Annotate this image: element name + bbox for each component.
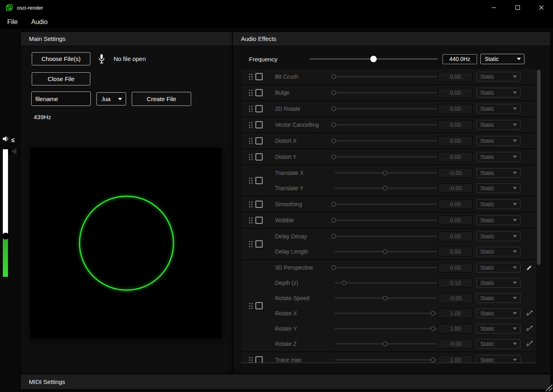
effect-mode-select[interactable]: Static (476, 215, 520, 225)
effect-mode-select[interactable]: Static (476, 72, 520, 81)
slider-thumb[interactable] (431, 326, 435, 331)
effect-mode-select[interactable]: Static (476, 136, 520, 146)
effect-slider[interactable] (335, 260, 437, 275)
effect-slider[interactable] (335, 229, 437, 244)
effect-slider[interactable] (335, 149, 437, 165)
effect-mode-select[interactable]: Static (476, 309, 520, 318)
effect-checkbox[interactable] (255, 137, 263, 144)
effect-value[interactable]: -0.00 (438, 339, 473, 349)
effect-mode-select[interactable]: Static (476, 168, 520, 178)
slider-thumb[interactable] (342, 280, 347, 285)
slider-thumb[interactable] (383, 341, 388, 346)
drag-handle-icon[interactable] (249, 122, 253, 128)
effect-value[interactable]: 1.00 (438, 324, 473, 333)
slider-thumb[interactable] (331, 265, 336, 270)
effect-slider[interactable] (335, 290, 437, 306)
effect-slider[interactable] (335, 213, 437, 228)
effect-slider[interactable] (335, 117, 437, 132)
slider-thumb[interactable] (383, 296, 388, 301)
effect-value[interactable]: -0.00 (438, 183, 473, 193)
volume-marker-arrow-icon[interactable] (11, 148, 16, 154)
effect-checkbox[interactable] (255, 73, 263, 80)
effect-checkbox[interactable] (255, 89, 263, 96)
slider-thumb[interactable] (331, 218, 336, 223)
effect-slider[interactable] (335, 321, 437, 336)
effect-value[interactable]: -0.00 (438, 168, 473, 178)
frequency-slider-thumb[interactable] (370, 56, 377, 62)
effect-slider[interactable] (335, 69, 437, 84)
slider-thumb[interactable] (331, 154, 336, 159)
effects-scrollbar-thumb[interactable] (537, 70, 541, 265)
menu-file[interactable]: File (7, 18, 18, 26)
effect-slider[interactable] (335, 197, 437, 212)
effect-mode-select[interactable]: Static (476, 199, 520, 209)
frequency-mode-select[interactable]: Static (480, 54, 524, 64)
filename-input[interactable] (31, 91, 91, 106)
close-file-button[interactable]: Close File (32, 72, 90, 85)
effect-mode-select[interactable]: Static (476, 278, 520, 288)
effect-mode-select[interactable]: Static (476, 339, 520, 349)
menu-audio[interactable]: Audio (31, 18, 48, 26)
effect-value[interactable]: 0.00 (438, 215, 473, 225)
spin-icon[interactable] (526, 340, 535, 347)
effect-slider[interactable] (335, 165, 437, 181)
spin-icon[interactable] (526, 310, 535, 317)
slider-thumb[interactable] (331, 122, 336, 127)
effect-value[interactable]: 0.00 (438, 104, 473, 114)
effect-value[interactable]: 0.10 (438, 278, 473, 288)
effect-slider[interactable] (335, 133, 437, 148)
effect-checkbox[interactable] (255, 121, 263, 128)
effect-checkbox[interactable] (255, 201, 263, 208)
drag-handle-icon[interactable] (249, 90, 253, 96)
effect-slider[interactable] (335, 85, 437, 100)
effect-checkbox[interactable] (255, 240, 263, 248)
effect-value[interactable]: 0.00 (438, 152, 473, 162)
effect-mode-select[interactable]: Static (476, 104, 520, 114)
volume-slider-thumb[interactable] (2, 233, 9, 240)
effect-checkbox[interactable] (255, 105, 263, 112)
effect-value[interactable]: 0.00 (438, 120, 473, 130)
effect-slider[interactable] (335, 275, 437, 290)
slider-thumb[interactable] (331, 138, 336, 143)
drag-handle-icon[interactable] (249, 357, 253, 363)
effect-mode-select[interactable]: Static (476, 293, 520, 303)
effect-checkbox[interactable] (255, 302, 263, 309)
slider-thumb[interactable] (331, 90, 336, 95)
maximize-button[interactable] (506, 0, 529, 15)
effect-value[interactable]: 0.00 (438, 199, 473, 209)
effect-mode-select[interactable]: Static (476, 355, 520, 363)
slider-thumb[interactable] (331, 106, 336, 111)
effect-mode-select[interactable]: Static (476, 183, 520, 193)
effect-slider[interactable] (335, 181, 437, 196)
slider-thumb[interactable] (383, 186, 388, 191)
drag-handle-icon[interactable] (249, 303, 253, 309)
drag-handle-icon[interactable] (249, 201, 253, 207)
frequency-slider[interactable] (309, 55, 438, 63)
microphone-icon[interactable] (97, 52, 106, 65)
slider-thumb[interactable] (331, 202, 336, 207)
slider-thumb[interactable] (383, 171, 388, 175)
volume-slider[interactable] (3, 149, 8, 277)
effect-mode-select[interactable]: Static (476, 232, 520, 241)
effects-scrollbar[interactable] (536, 69, 542, 363)
effect-slider[interactable] (335, 336, 437, 351)
effect-checkbox[interactable] (255, 217, 263, 224)
slider-thumb[interactable] (383, 249, 388, 254)
pencil-icon[interactable] (526, 264, 535, 271)
effect-value[interactable]: 0.00 (438, 263, 473, 272)
drag-handle-icon[interactable] (249, 178, 253, 184)
drag-handle-icon[interactable] (249, 106, 253, 112)
effect-value[interactable]: 0.50 (438, 247, 473, 256)
resize-grip[interactable] (545, 384, 553, 392)
effect-value[interactable]: 0.00 (438, 72, 473, 81)
effect-slider[interactable] (335, 306, 437, 321)
drag-handle-icon[interactable] (249, 154, 253, 160)
close-button[interactable] (529, 0, 553, 15)
effect-value[interactable]: -0.00 (438, 293, 473, 303)
effect-slider[interactable] (335, 352, 437, 363)
extension-select[interactable]: .lua (96, 92, 126, 106)
slider-thumb[interactable] (331, 74, 336, 79)
effect-mode-select[interactable]: Static (476, 324, 520, 333)
effect-mode-select[interactable]: Static (476, 120, 520, 130)
effect-mode-select[interactable]: Static (476, 88, 520, 97)
